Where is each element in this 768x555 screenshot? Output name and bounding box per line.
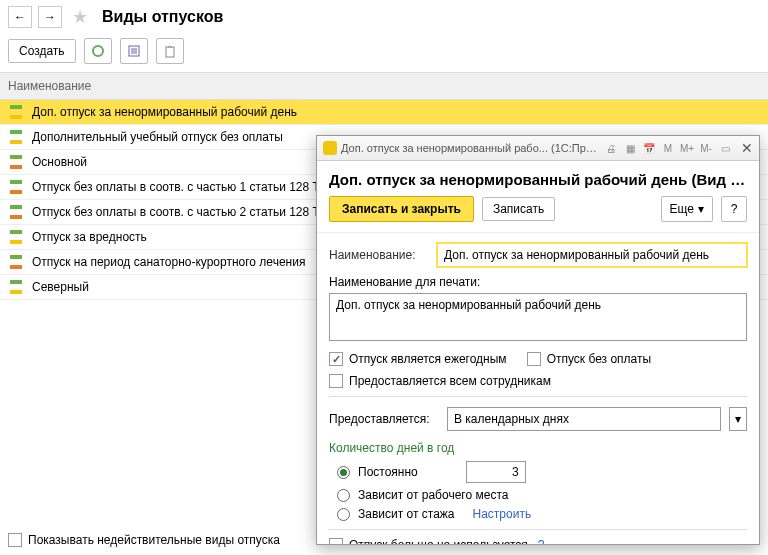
tenure-radio[interactable] <box>337 508 350 521</box>
constant-radio[interactable] <box>337 466 350 479</box>
calendar-icon[interactable]: 📅 <box>641 140 657 156</box>
configure-link[interactable]: Настроить <box>473 507 532 521</box>
print-icon[interactable]: 🖨 <box>603 140 619 156</box>
provided-label: Предоставляется: <box>329 412 439 426</box>
annual-label: Отпуск является ежегодным <box>349 352 507 366</box>
workplace-radio[interactable] <box>337 489 350 502</box>
leave-type-icon <box>8 230 24 244</box>
row-label: Отпуск без оплаты в соотв. с частью 2 ст… <box>32 205 347 219</box>
row-label: Отпуск на период санаторно-курортного ле… <box>32 255 305 269</box>
leave-type-icon <box>8 130 24 144</box>
name-label: Наименование: <box>329 248 429 262</box>
favorite-icon[interactable]: ★ <box>72 6 88 28</box>
leave-type-icon <box>8 205 24 219</box>
not-used-checkbox[interactable] <box>329 538 343 544</box>
row-label: Основной <box>32 155 87 169</box>
tenure-radio-label: Зависит от стажа <box>358 507 455 521</box>
leave-type-dialog: Доп. отпуск за ненормированный рабо... (… <box>316 135 760 545</box>
unpaid-label: Отпуск без оплаты <box>547 352 651 366</box>
close-icon[interactable]: ✕ <box>741 140 753 156</box>
show-inactive-label: Показывать недействительные виды отпуска <box>28 533 280 547</box>
grid-column-header[interactable]: Наименование <box>0 73 768 100</box>
svg-rect-5 <box>166 47 174 57</box>
table-row[interactable]: Доп. отпуск за ненормированный рабочий д… <box>0 100 768 125</box>
svg-point-0 <box>93 46 103 56</box>
leave-type-icon <box>8 255 24 269</box>
save-close-button[interactable]: Записать и закрыть <box>329 196 474 222</box>
unpaid-checkbox[interactable] <box>527 352 541 366</box>
calc-icon[interactable]: ▦ <box>622 140 638 156</box>
not-used-label: Отпуск больше не используется <box>349 538 528 544</box>
provided-select[interactable]: В календарных днях <box>447 407 721 431</box>
workplace-radio-label: Зависит от рабочего места <box>358 488 508 502</box>
m-icon[interactable]: M <box>660 140 676 156</box>
row-label: Дополнительный учебный отпуск без оплаты <box>32 130 283 144</box>
more-button[interactable]: Еще▾ <box>661 196 713 222</box>
leave-type-icon <box>8 155 24 169</box>
all-staff-checkbox[interactable] <box>329 374 343 388</box>
constant-radio-label: Постоянно <box>358 465 418 479</box>
leave-type-icon <box>8 105 24 119</box>
row-label: Отпуск за вредность <box>32 230 147 244</box>
days-group-label: Количество дней в год <box>329 441 747 455</box>
dialog-titlebar-text: Доп. отпуск за ненормированный рабо... (… <box>341 142 599 154</box>
window-icon[interactable]: ▭ <box>717 140 733 156</box>
print-name-label: Наименование для печати: <box>329 275 747 289</box>
list-icon[interactable] <box>120 38 148 64</box>
m-plus-icon[interactable]: M+ <box>679 140 695 156</box>
app-logo-icon <box>323 141 337 155</box>
leave-type-icon <box>8 280 24 294</box>
all-staff-label: Предоставляется всем сотрудникам <box>349 374 551 388</box>
days-input[interactable] <box>466 461 526 483</box>
row-label: Доп. отпуск за ненормированный рабочий д… <box>32 105 297 119</box>
write-button[interactable]: Записать <box>482 197 555 221</box>
show-inactive-checkbox[interactable] <box>8 533 22 547</box>
export-icon[interactable] <box>156 38 184 64</box>
name-input[interactable] <box>437 243 747 267</box>
dialog-heading: Доп. отпуск за ненормированный рабочий д… <box>317 161 759 196</box>
row-label: Отпуск без оплаты в соотв. с частью 1 ст… <box>32 180 347 194</box>
help-button[interactable]: ? <box>721 196 747 222</box>
chevron-down-icon: ▾ <box>698 202 704 216</box>
print-name-textarea[interactable] <box>329 293 747 341</box>
nav-forward-button[interactable]: → <box>38 6 62 28</box>
select-dropdown-button[interactable]: ▾ <box>729 407 747 431</box>
help-icon[interactable]: ? <box>538 538 545 544</box>
nav-back-button[interactable]: ← <box>8 6 32 28</box>
m-minus-icon[interactable]: M- <box>698 140 714 156</box>
refresh-icon[interactable] <box>84 38 112 64</box>
create-button[interactable]: Создать <box>8 39 76 63</box>
page-title: Виды отпусков <box>102 8 223 26</box>
leave-type-icon <box>8 180 24 194</box>
row-label: Северный <box>32 280 89 294</box>
annual-checkbox[interactable] <box>329 352 343 366</box>
